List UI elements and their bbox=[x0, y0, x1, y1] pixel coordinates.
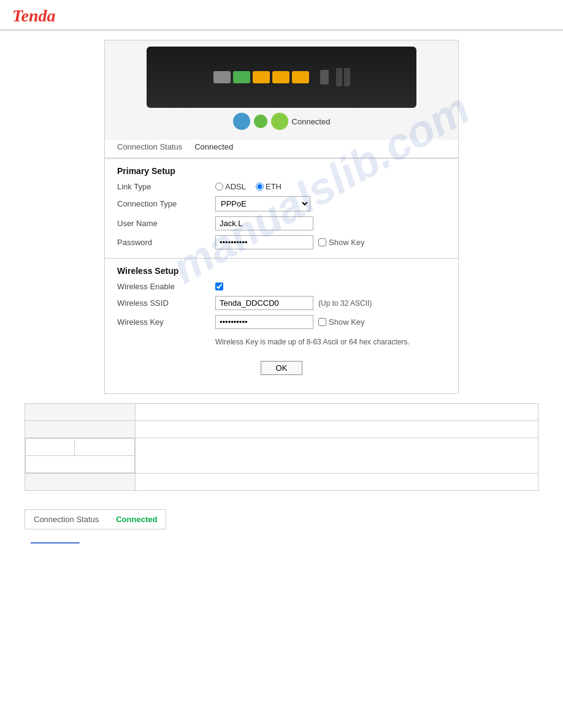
show-key-text: Show Key bbox=[329, 238, 365, 247]
indicator-blue bbox=[233, 113, 250, 130]
nested-table bbox=[25, 438, 135, 473]
status-indicator-row: Connected bbox=[111, 108, 452, 134]
nested-row bbox=[26, 439, 135, 456]
dsl-port bbox=[213, 71, 231, 83]
table-row bbox=[25, 404, 538, 421]
wireless-ssid-row: Wireless SSID (Up to 32 ASCII) bbox=[117, 296, 446, 310]
adsl-label: ADSL bbox=[225, 182, 246, 191]
tenda-logo: Tenda bbox=[12, 6, 56, 25]
bottom-link-row: ___________ bbox=[31, 534, 538, 544]
table-row bbox=[25, 421, 538, 438]
nested-cell-1 bbox=[26, 439, 75, 456]
antenna2 bbox=[344, 68, 350, 86]
wireless-show-key-checkbox[interactable] bbox=[318, 318, 326, 326]
password-control: Show Key bbox=[215, 235, 365, 249]
bottom-status-value: Connected bbox=[107, 510, 166, 529]
nested-cell-merged bbox=[26, 456, 135, 473]
table-cell-value bbox=[136, 404, 538, 421]
router-ports bbox=[207, 68, 356, 86]
table-row bbox=[25, 438, 538, 474]
password-row: Password Show Key bbox=[117, 235, 446, 249]
eth-label: ETH bbox=[266, 182, 282, 191]
wireless-ssid-input[interactable] bbox=[215, 296, 313, 310]
show-key-checkbox[interactable] bbox=[318, 238, 326, 246]
show-key-checkbox-label[interactable]: Show Key bbox=[318, 238, 365, 247]
adsl-radio-label[interactable]: ADSL bbox=[215, 182, 246, 191]
lan1-port bbox=[233, 71, 250, 83]
ok-button-row: OK bbox=[105, 352, 458, 381]
username-input[interactable] bbox=[215, 216, 313, 230]
ok-button[interactable]: OK bbox=[261, 361, 303, 375]
table-nested-cell bbox=[25, 438, 136, 474]
table-cell-label bbox=[25, 404, 136, 421]
lan3-port bbox=[272, 71, 289, 83]
link-type-control: ADSL ETH bbox=[215, 182, 282, 191]
antenna1 bbox=[336, 68, 342, 86]
nested-cell-2 bbox=[75, 439, 135, 456]
info-table bbox=[25, 403, 538, 491]
password-label: Password bbox=[117, 238, 215, 247]
bottom-link-text: ___________ bbox=[31, 534, 80, 544]
indicator-green-small bbox=[254, 115, 267, 128]
router-image-area: Connected bbox=[105, 40, 458, 140]
wireless-setup-section: Wireless Setup Wireless Enable Wireless … bbox=[105, 259, 458, 338]
username-label: User Name bbox=[117, 219, 215, 228]
eth-radio-label[interactable]: ETH bbox=[256, 182, 282, 191]
table-section bbox=[25, 403, 538, 491]
wireless-setup-title: Wireless Setup bbox=[117, 266, 446, 276]
lan2-port bbox=[253, 71, 270, 83]
table-cell-value bbox=[136, 474, 538, 491]
table-cell-label bbox=[25, 421, 136, 438]
wireless-key-control: Show Key bbox=[215, 315, 365, 329]
primary-setup-title: Primary Setup bbox=[117, 166, 446, 176]
connection-type-label: Connection Type bbox=[117, 199, 215, 208]
wireless-ssid-control: (Up to 32 ASCII) bbox=[215, 296, 372, 310]
username-row: User Name bbox=[117, 216, 446, 230]
table-cell-value bbox=[136, 421, 538, 438]
bottom-status-label: Connection Status bbox=[25, 510, 107, 529]
bottom-status-row: Connection Status Connected bbox=[25, 510, 166, 529]
indicator-green-large bbox=[271, 113, 288, 130]
antenna-group bbox=[336, 68, 350, 86]
wireless-enable-label: Wireless Enable bbox=[117, 282, 215, 291]
wireless-key-hint: Wireless Key is made up of 8-63 Ascii or… bbox=[105, 338, 458, 352]
connected-text: Connected bbox=[292, 117, 331, 126]
connection-status-row: Connection Status Connected bbox=[105, 140, 458, 158]
wireless-enable-control bbox=[215, 282, 226, 290]
bottom-status-table: Connection Status Connected bbox=[25, 509, 166, 529]
link-type-row: Link Type ADSL ETH bbox=[117, 182, 446, 191]
wireless-enable-checkbox[interactable] bbox=[215, 282, 223, 290]
router-image bbox=[147, 47, 416, 108]
lan4-port bbox=[292, 71, 309, 83]
wireless-show-key-text: Show Key bbox=[329, 317, 365, 327]
wireless-key-label: Wireless Key bbox=[117, 317, 215, 327]
username-control bbox=[215, 216, 313, 230]
table-cell-value bbox=[136, 438, 538, 474]
wireless-show-key-label[interactable]: Show Key bbox=[318, 317, 365, 327]
nested-row bbox=[26, 456, 135, 473]
bottom-link[interactable]: ___________ bbox=[31, 534, 80, 544]
connection-status-value: Connected bbox=[194, 142, 233, 151]
wireless-ssid-label: Wireless SSID bbox=[117, 298, 215, 308]
link-type-label: Link Type bbox=[117, 182, 215, 191]
wireless-key-row: Wireless Key Show Key bbox=[117, 315, 446, 329]
password-input[interactable] bbox=[215, 235, 313, 249]
connection-type-control: PPPoE DHCP Static IP bbox=[215, 196, 310, 211]
adsl-radio[interactable] bbox=[215, 183, 223, 191]
wireless-enable-row: Wireless Enable bbox=[117, 282, 446, 291]
eth-radio[interactable] bbox=[256, 183, 264, 191]
wireless-key-input[interactable] bbox=[215, 315, 313, 329]
connection-type-select[interactable]: PPPoE DHCP Static IP bbox=[215, 196, 310, 211]
connection-status-label: Connection Status bbox=[117, 142, 182, 151]
primary-setup-section: Primary Setup Link Type ADSL ETH Connect… bbox=[105, 159, 458, 258]
table-cell-label bbox=[25, 474, 136, 491]
main-panel: manualslib.com ✛ Advanced ✛ IPTV bbox=[104, 40, 459, 394]
connection-type-row: Connection Type PPPoE DHCP Static IP bbox=[117, 196, 446, 211]
header: Tenda bbox=[0, 0, 563, 31]
ssid-hint: (Up to 32 ASCII) bbox=[318, 299, 372, 308]
usb-port bbox=[320, 70, 329, 85]
bottom-section: Connection Status Connected ___________ bbox=[25, 509, 538, 544]
table-row bbox=[25, 474, 538, 491]
